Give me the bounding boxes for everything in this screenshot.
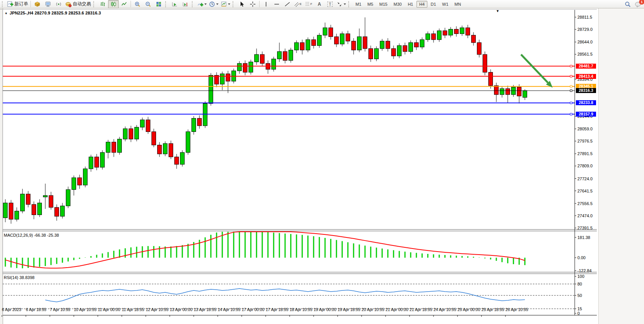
vertical-line-button[interactable]: [261, 0, 271, 8]
chart-shift-button[interactable]: [180, 0, 191, 8]
auto-scroll-button[interactable]: [169, 0, 180, 8]
candle-body: [323, 28, 327, 35]
candle-body: [369, 48, 373, 59]
zoom-in-icon: [134, 1, 140, 7]
search-icon[interactable]: [625, 1, 631, 8]
dropdown-arrow-icon: [216, 3, 218, 5]
candle-body: [112, 142, 116, 152]
text-tool-glyph: A: [318, 2, 321, 7]
chart-canvas[interactable]: [0, 8, 644, 324]
channel-glyph: E: [300, 2, 301, 6]
text-label-button[interactable]: T: [325, 0, 335, 8]
line-anchor-handle: [570, 65, 572, 67]
candle-body: [335, 37, 339, 44]
new-order-label: 新订单: [14, 1, 28, 7]
chart-line-button[interactable]: [119, 0, 129, 8]
candle-body: [49, 196, 53, 207]
zoom-in-button[interactable]: [132, 0, 143, 8]
candle-body: [129, 129, 133, 139]
crosshair-icon: [250, 1, 256, 7]
market-button[interactable]: [32, 0, 43, 8]
vertical-line-icon: [264, 1, 268, 7]
tile-windows-icon: [156, 1, 162, 7]
candle-body: [494, 86, 499, 95]
fibonacci-glyph: F: [311, 2, 312, 6]
bar-chart-icon: [100, 1, 106, 7]
chart-bars-button[interactable]: [97, 0, 108, 8]
line-anchor-handle: [570, 113, 572, 115]
candle-body: [226, 74, 230, 81]
channel-icon: [294, 1, 300, 7]
candle-body: [472, 35, 476, 42]
signal-waves-icon: [56, 1, 62, 7]
text-button[interactable]: A: [314, 0, 325, 8]
candle-body: [306, 40, 310, 50]
candle-body: [203, 103, 207, 125]
timeframe-h1[interactable]: H1: [405, 1, 416, 8]
candle-body: [95, 157, 99, 167]
cursor-icon: [239, 1, 245, 7]
dropdown-arrow-icon: [204, 3, 207, 5]
fibonacci-button[interactable]: F: [303, 0, 314, 8]
virtual-hosting-button[interactable]: [43, 0, 53, 8]
toolbar-grip[interactable]: [93, 1, 96, 7]
candle-body: [43, 196, 48, 197]
candle-body: [295, 43, 299, 50]
trendline-button[interactable]: [282, 0, 293, 8]
candle-body: [426, 34, 430, 40]
timeframe-w1[interactable]: W1: [440, 1, 451, 8]
candle-body: [420, 40, 424, 47]
autotrading-button[interactable]: 自动交易: [64, 0, 92, 8]
arrows-button[interactable]: [335, 0, 347, 8]
line-anchor-handle: [570, 90, 572, 91]
timeframe-m5[interactable]: M5: [365, 1, 376, 8]
timeframe-mn[interactable]: MN: [452, 1, 464, 8]
periods-button[interactable]: [208, 0, 220, 8]
candle-body: [454, 29, 459, 34]
candle-body: [283, 51, 287, 60]
candle-body: [61, 206, 65, 216]
tile-windows-button[interactable]: [153, 0, 164, 8]
candle-body: [152, 132, 156, 145]
templates-button[interactable]: [220, 0, 231, 8]
horizontal-line-button[interactable]: [271, 0, 282, 8]
timeframe-d1[interactable]: D1: [428, 1, 439, 8]
candle-body: [500, 89, 504, 95]
zoom-out-button[interactable]: [143, 0, 153, 8]
autotrading-label: 自动交易: [73, 1, 91, 7]
crosshair-button[interactable]: [247, 0, 258, 8]
toolbar-grip[interactable]: [192, 1, 194, 7]
candle-body: [272, 59, 276, 69]
toolbar-separator: [259, 1, 260, 7]
chart-candles-button[interactable]: [108, 0, 119, 8]
timeframe-m1[interactable]: M1: [353, 1, 364, 8]
equidistant-channel-button[interactable]: E: [293, 0, 303, 8]
notifications-icon[interactable]: 1: [635, 1, 642, 8]
toolbar-right-group: 1: [625, 0, 642, 8]
candle-body: [238, 63, 242, 71]
toolbar-grip[interactable]: [348, 1, 351, 7]
timeframe-m30[interactable]: M30: [391, 1, 404, 8]
toolbar-grip[interactable]: [2, 1, 5, 7]
signals-button[interactable]: [53, 0, 64, 8]
new-order-button[interactable]: 新订单: [6, 0, 29, 8]
candle-body: [3, 203, 8, 218]
candle-body: [329, 28, 333, 37]
candle-body: [198, 118, 202, 125]
candle-body: [89, 157, 93, 169]
label-tool-glyph: T: [327, 2, 333, 7]
timeframe-m15[interactable]: M15: [377, 1, 390, 8]
candle-body: [380, 41, 384, 48]
indicators-button[interactable]: [196, 0, 208, 8]
autotrading-icon: [65, 1, 72, 7]
arrows-tool-icon: [336, 1, 343, 7]
candle-body: [169, 144, 173, 157]
candle-body: [9, 203, 13, 219]
candlestick-chart-icon: [110, 1, 116, 7]
toolbar-grip[interactable]: [165, 1, 168, 7]
candle-body: [477, 43, 481, 55]
toolbar-grip[interactable]: [233, 1, 235, 7]
timeframe-h4[interactable]: H4: [416, 1, 427, 8]
cursor-button[interactable]: [237, 0, 247, 8]
candle-body: [449, 29, 453, 35]
